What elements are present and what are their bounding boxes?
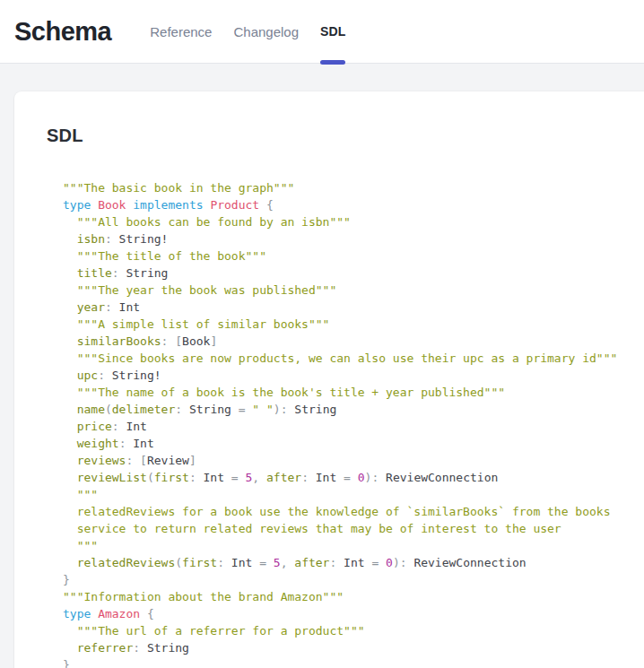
tab-reference-label: Reference (150, 24, 212, 39)
code-line: type Book implements Product { (63, 196, 644, 213)
tab-reference[interactable]: Reference (139, 0, 222, 63)
sdl-card-heading: SDL (47, 126, 644, 146)
code-line: """The year the book was published""" (63, 282, 644, 299)
code-line: year: Int (63, 299, 644, 316)
code-line: referrer: String (63, 639, 644, 656)
code-line: title: String (63, 265, 644, 282)
sdl-code-block: """The basic book in the graph"""type Bo… (63, 179, 644, 668)
code-line: upc: String! (63, 367, 644, 384)
page-title: Schema (14, 17, 111, 47)
tab-changelog-label: Changelog (233, 24, 299, 39)
code-line: } (63, 571, 644, 588)
tab-sdl-label: SDL (320, 24, 346, 39)
active-tab-indicator (320, 60, 345, 65)
code-line: } (63, 656, 644, 668)
code-line: reviews: [Review] (63, 452, 644, 469)
tab-bar: Reference Changelog SDL (139, 0, 356, 63)
code-line: """A simple list of similar books""" (63, 316, 644, 333)
code-line: """All books can be found by an isbn""" (63, 213, 644, 230)
code-line: name(delimeter: String = " "): String (63, 401, 644, 418)
code-line: weight: Int (63, 435, 644, 452)
code-line: """The basic book in the graph""" (63, 179, 644, 196)
code-line: type Amazon { (63, 605, 644, 622)
sdl-card: SDL """The basic book in the graph"""typ… (14, 91, 644, 668)
page-body: SDL """The basic book in the graph"""typ… (0, 64, 644, 668)
code-line: """Since books are now products, we can … (63, 350, 644, 367)
code-line: isbn: String! (63, 230, 644, 247)
code-line: price: Int (63, 418, 644, 435)
code-line: service to return related reviews that m… (63, 520, 644, 537)
code-line: relatedReviews for a book use the knowle… (63, 503, 644, 520)
code-line: """The url of a referrer for a product""… (63, 622, 644, 639)
code-line: """Information about the brand Amazon""" (63, 588, 644, 605)
schema-header: Schema Reference Changelog SDL (0, 0, 644, 64)
code-line: """The name of a book is the book's titl… (63, 384, 644, 401)
code-line: reviewList(first: Int = 5, after: Int = … (63, 469, 644, 486)
code-line: """ (63, 486, 644, 503)
tab-sdl[interactable]: SDL (309, 0, 357, 63)
code-line: """The title of the book""" (63, 247, 644, 265)
code-line: similarBooks: [Book] (63, 333, 644, 350)
code-line: """ (63, 537, 644, 554)
code-line: relatedReviews(first: Int = 5, after: In… (63, 554, 644, 571)
tab-changelog[interactable]: Changelog (222, 0, 309, 63)
